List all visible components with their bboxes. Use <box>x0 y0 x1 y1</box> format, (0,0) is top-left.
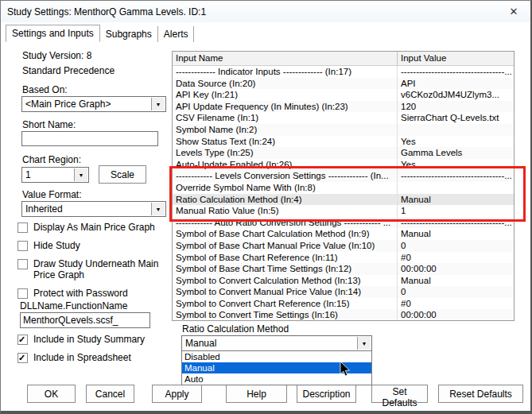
dll-function-label: DLLName.FunctionName <box>20 300 127 311</box>
chevron-down-icon[interactable]: ▼ <box>357 337 371 350</box>
input-value-cell: API <box>397 78 514 90</box>
chart-region-label: Chart Region: <box>22 154 81 165</box>
table-row[interactable]: Symbol of Base Chart Manual Price Value … <box>173 240 514 252</box>
table-row[interactable]: Symbol to Convert Time Settings (In:16) … <box>173 309 514 321</box>
column-header-input-value: Input Value <box>397 52 514 65</box>
tab-strip: Settings and InputsSubgraphsAlerts <box>6 25 194 42</box>
checkbox-include-in-spreadsheet[interactable]: Include in Spreadsheet <box>17 352 165 363</box>
table-row[interactable]: Symbol of Base Chart Reference (In:11) #… <box>173 252 514 264</box>
study-version-label: Study Version: 8 <box>22 50 91 61</box>
option-auto[interactable]: Auto <box>182 373 371 385</box>
chevron-down-icon[interactable]: ▼ <box>151 203 165 215</box>
options-checkbox-group: Display As Main Price Graph Hide Study D… <box>17 222 165 306</box>
short-name-label: Short Name: <box>22 119 76 130</box>
table-row[interactable]: API Key (In:21) v6CKoz0dJM4UZlym3... <box>173 89 514 101</box>
checkbox-label: Display As Main Price Graph <box>33 222 155 233</box>
tab-subgraphs[interactable]: Subgraphs <box>100 26 158 42</box>
description-button[interactable]: Description <box>297 385 356 403</box>
table-row[interactable]: ------------ Levels Conversion Settings … <box>173 170 514 182</box>
table-row[interactable]: ------------- Indicator Inputs ---------… <box>173 66 514 78</box>
input-value-cell: 120 <box>397 101 514 113</box>
window-title: Study Settings: MenthorQ Gamma Levels. I… <box>7 6 206 17</box>
table-row[interactable]: Show Status Text (In:24) Yes <box>173 136 514 148</box>
dll-function-input[interactable] <box>20 312 150 328</box>
checkbox-box[interactable] <box>17 222 28 233</box>
input-name-cell: Manual Ratio Value (In:5) <box>173 205 397 217</box>
input-value-cell: Manual <box>397 228 514 240</box>
table-row[interactable]: Ratio Calculation Method (In:4) Manual <box>173 194 514 206</box>
checkbox-box[interactable] <box>17 288 28 299</box>
input-name-cell: Symbol to Convert Manual Price Value (In… <box>173 286 397 298</box>
include-checkbox-group: Include in Study Summary Include in Spre… <box>17 334 165 370</box>
table-row[interactable]: Levels Type (In:25) Gamma Levels <box>173 147 514 159</box>
input-value-cell: 1 <box>397 205 514 217</box>
input-name-cell: Ratio Calculation Method (In:4) <box>173 194 397 206</box>
checkbox-display-as-main-price-graph[interactable]: Display As Main Price Graph <box>17 222 165 233</box>
input-name-cell: Symbol of Base Chart Manual Price Value … <box>173 240 397 252</box>
checkbox-box[interactable] <box>17 259 28 269</box>
option-disabled[interactable]: Disabled <box>182 351 371 362</box>
input-name-cell: ------------ Levels Conversion Settings … <box>173 170 397 182</box>
checkbox-include-in-study-summary[interactable]: Include in Study Summary <box>17 334 165 345</box>
table-row[interactable]: Symbol to Convert Chart Reference (In:15… <box>173 298 514 310</box>
ratio-method-dropdown[interactable]: Manual ▼ <box>181 335 372 351</box>
table-row[interactable]: Symbol Name (In:2) <box>173 124 514 136</box>
table-row[interactable]: Data Source (In:20) API <box>173 78 514 90</box>
checkbox-box[interactable] <box>17 241 28 251</box>
input-name-cell: API Update Frequency (In Minutes) (In:23… <box>173 101 397 113</box>
checkbox-hide-study[interactable]: Hide Study <box>17 240 165 251</box>
table-row[interactable]: ------------ Auto Ratio Conversion Setti… <box>173 217 514 229</box>
short-name-input[interactable] <box>21 131 158 146</box>
checkbox-protect-with-password[interactable]: Protect with Password <box>17 288 165 299</box>
input-name-cell: Auto-Update Enabled (In:26) <box>173 159 397 171</box>
tab-settings-and-inputs[interactable]: Settings and Inputs <box>6 25 100 42</box>
tab-alerts[interactable]: Alerts <box>158 26 195 42</box>
table-row[interactable]: Symbol of Base Chart Calculation Method … <box>173 228 514 240</box>
chevron-down-icon[interactable]: ▼ <box>151 98 165 110</box>
table-row[interactable]: Auto-Update Enabled (In:26) Yes <box>173 159 514 171</box>
option-manual[interactable]: Manual <box>182 362 371 373</box>
chart-region-dropdown[interactable]: 1 ▼ <box>21 167 89 183</box>
value-format-label: Value Format: <box>22 189 81 200</box>
input-name-cell: Symbol to Convert Calculation Method (In… <box>173 275 397 287</box>
checkbox-draw-study-underneath-main-price-graph[interactable]: Draw Study Underneath Main Price Graph <box>17 258 165 281</box>
input-name-cell: Show Status Text (In:24) <box>173 136 397 148</box>
reset-defaults-button[interactable]: Reset Defaults <box>438 385 523 403</box>
input-name-cell: Symbol to Convert Time Settings (In:16) <box>173 309 397 321</box>
table-row[interactable]: Override Symbol Name With (In:8) <box>173 182 514 194</box>
input-value-cell: Yes <box>397 159 514 171</box>
inputs-table-header: Input Name Input Value <box>173 52 514 66</box>
input-value-cell: Gamma Levels <box>397 147 514 159</box>
input-value-cell <box>397 182 514 194</box>
input-name-cell: CSV Filename (In:1) <box>173 112 397 124</box>
table-row[interactable]: Symbol to Convert Manual Price Value (In… <box>173 286 514 298</box>
apply-button[interactable]: Apply <box>152 385 202 403</box>
input-value-cell: 0 <box>397 286 514 298</box>
help-button[interactable]: Help <box>226 385 287 403</box>
table-row[interactable]: CSV Filename (In:1) SierraChart Q-Levels… <box>173 112 514 124</box>
cancel-button[interactable]: Cancel <box>86 385 134 403</box>
checkbox-box[interactable] <box>17 335 28 345</box>
input-value-cell: ----------------------------------... <box>397 170 514 182</box>
table-row[interactable]: Manual Ratio Value (In:5) 1 <box>173 205 514 217</box>
input-value-cell: Manual <box>397 275 514 287</box>
inputs-table-body: ------------- Indicator Inputs ---------… <box>173 66 514 321</box>
table-row[interactable]: API Update Frequency (In Minutes) (In:23… <box>173 101 514 113</box>
table-row[interactable]: Symbol to Convert Calculation Method (In… <box>173 275 514 287</box>
precedence-label: Standard Precedence <box>22 65 115 76</box>
checkbox-box[interactable] <box>17 353 28 363</box>
set-defaults-button[interactable]: Set Defaults <box>371 385 428 403</box>
input-name-cell: Levels Type (In:25) <box>173 147 397 159</box>
input-value-cell: #0 <box>397 298 514 310</box>
based-on-dropdown[interactable]: <Main Price Graph> ▼ <box>21 96 166 112</box>
checkbox-label: Protect with Password <box>33 288 128 299</box>
scale-button[interactable]: Scale <box>99 165 146 184</box>
ok-button[interactable]: OK <box>27 385 76 403</box>
chevron-down-icon[interactable]: ▼ <box>74 168 87 181</box>
table-row[interactable]: Symbol of Base Chart Time Settings (In:1… <box>173 263 514 275</box>
input-name-cell: Override Symbol Name With (In:8) <box>173 182 397 194</box>
input-value-cell: SierraChart Q-Levels.txt <box>397 112 514 124</box>
close-icon[interactable]: ✕ <box>507 5 521 19</box>
input-value-cell <box>397 124 514 136</box>
value-format-dropdown[interactable]: Inherited ▼ <box>21 201 166 217</box>
